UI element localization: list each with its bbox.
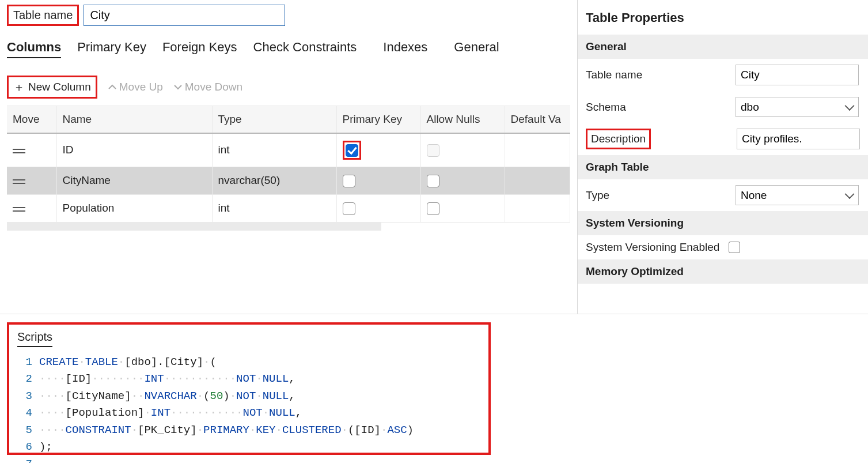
drag-handle-icon[interactable] (13, 149, 25, 153)
section-graph-table: Graph Table (578, 155, 868, 179)
col-header-type[interactable]: Type (212, 106, 336, 133)
plus-icon: ＋ (13, 81, 25, 93)
allow-nulls-checkbox[interactable] (427, 202, 439, 215)
scripts-panel: Scripts 1CREATE·TABLE·[dbo].[City]·(2···… (7, 322, 491, 455)
prop-schema-select[interactable]: dbo (736, 97, 859, 117)
prop-sysver-label: System Versioning Enabled (586, 241, 719, 254)
primary-key-checkbox[interactable] (343, 175, 355, 187)
chevron-down-icon (173, 84, 183, 91)
prop-type-label: Type (586, 189, 730, 202)
primary-key-checkbox[interactable] (343, 202, 355, 215)
columns-grid: Move Name Type Primary Key Allow Nulls D… (7, 106, 570, 231)
section-memory-optimized: Memory Optimized (578, 259, 868, 284)
col-header-move[interactable]: Move (7, 106, 56, 133)
tab-primary-key[interactable]: Primary Key (77, 40, 146, 58)
table-row[interactable]: CityNamenvarchar(50) (7, 167, 570, 194)
move-up-label: Move Up (119, 81, 163, 93)
new-column-label: New Column (28, 81, 91, 93)
cell-default[interactable] (505, 194, 570, 222)
table-row[interactable]: Populationint (7, 194, 570, 222)
horizontal-scrollbar[interactable] (7, 223, 381, 231)
table-name-input[interactable] (84, 5, 285, 26)
prop-schema-label: Schema (586, 101, 730, 114)
cell-type[interactable]: int (212, 194, 336, 222)
prop-description-label: Description (586, 129, 651, 149)
tab-foreign-keys[interactable]: Foreign Keys (162, 40, 237, 58)
col-header-nulls[interactable]: Allow Nulls (420, 106, 505, 133)
chevron-up-icon (108, 84, 117, 91)
properties-panel: Table Properties General Table name Sche… (577, 0, 868, 314)
scripts-code[interactable]: 1CREATE·TABLE·[dbo].[City]·(2····[ID]···… (17, 354, 480, 463)
prop-description-input[interactable] (737, 129, 860, 149)
col-header-default[interactable]: Default Va (505, 106, 570, 133)
main-panel: Table name Columns Primary Key Foreign K… (0, 0, 577, 314)
properties-title: Table Properties (578, 0, 868, 35)
section-general: General (578, 35, 868, 59)
prop-table-name-label: Table name (586, 69, 730, 81)
move-down-button[interactable]: Move Down (173, 81, 242, 93)
move-down-label: Move Down (185, 81, 242, 93)
tab-general[interactable]: General (454, 40, 499, 58)
section-system-versioning: System Versioning (578, 211, 868, 235)
col-header-name[interactable]: Name (56, 106, 212, 133)
prop-type-select[interactable]: None (736, 185, 859, 205)
new-column-button[interactable]: ＋ New Column (7, 76, 97, 99)
cell-type[interactable]: int (212, 133, 336, 167)
tab-check-constraints[interactable]: Check Constraints (253, 40, 357, 58)
prop-table-name-input[interactable] (736, 65, 859, 85)
prop-sysver-checkbox[interactable] (729, 242, 740, 253)
allow-nulls-checkbox (427, 144, 439, 157)
cell-name[interactable]: ID (56, 133, 212, 167)
primary-key-checkbox[interactable] (346, 144, 358, 157)
allow-nulls-checkbox[interactable] (427, 175, 439, 187)
table-row[interactable]: IDint (7, 133, 570, 167)
col-header-pk[interactable]: Primary Key (336, 106, 420, 133)
tabs: Columns Primary Key Foreign Keys Check C… (7, 40, 570, 58)
cell-default[interactable] (505, 133, 570, 167)
table-name-label: Table name (7, 5, 79, 26)
tab-columns[interactable]: Columns (7, 40, 61, 58)
cell-name[interactable]: CityName (56, 167, 212, 194)
cell-type[interactable]: nvarchar(50) (212, 167, 336, 194)
drag-handle-icon[interactable] (13, 207, 25, 212)
cell-name[interactable]: Population (56, 194, 212, 222)
cell-default[interactable] (505, 167, 570, 194)
scripts-title: Scripts (17, 330, 52, 347)
move-up-button[interactable]: Move Up (108, 81, 163, 93)
tab-indexes[interactable]: Indexes (383, 40, 427, 58)
drag-handle-icon[interactable] (13, 179, 25, 184)
